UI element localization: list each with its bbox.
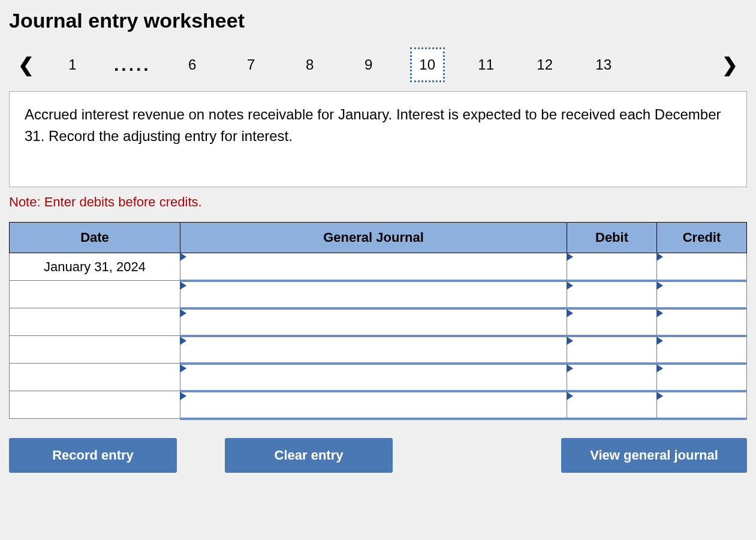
date-cell[interactable] bbox=[10, 336, 180, 364]
page-6[interactable]: 6 bbox=[175, 47, 210, 82]
date-cell[interactable] bbox=[10, 308, 180, 336]
date-cell[interactable] bbox=[10, 391, 180, 419]
page-13[interactable]: 13 bbox=[586, 47, 621, 82]
debit-cell[interactable] bbox=[567, 281, 657, 308]
general-journal-cell[interactable] bbox=[180, 391, 567, 419]
table-row bbox=[10, 308, 747, 336]
general-journal-cell[interactable] bbox=[180, 364, 567, 391]
credit-cell[interactable] bbox=[657, 364, 747, 391]
debit-cell[interactable] bbox=[567, 336, 657, 364]
header-date: Date bbox=[10, 223, 180, 253]
table-row bbox=[10, 364, 747, 391]
header-credit: Credit bbox=[657, 223, 747, 253]
view-general-journal-button[interactable]: View general journal bbox=[561, 438, 747, 473]
page-12[interactable]: 12 bbox=[528, 47, 562, 82]
page-9[interactable]: 9 bbox=[351, 47, 386, 82]
page-ellipsis: ..... bbox=[114, 55, 151, 75]
credit-cell[interactable] bbox=[657, 308, 747, 336]
note-text: Note: Enter debits before credits. bbox=[9, 194, 747, 210]
page-10[interactable]: 10 bbox=[410, 47, 445, 82]
date-cell[interactable]: January 31, 2024 bbox=[10, 253, 180, 281]
page-11[interactable]: 11 bbox=[469, 47, 504, 82]
table-row bbox=[10, 281, 747, 308]
debit-cell[interactable] bbox=[567, 391, 657, 419]
clear-entry-button[interactable]: Clear entry bbox=[225, 438, 393, 473]
credit-cell[interactable] bbox=[657, 391, 747, 419]
credit-cell[interactable] bbox=[657, 336, 747, 364]
general-journal-cell[interactable] bbox=[180, 281, 567, 308]
table-row bbox=[10, 391, 747, 419]
table-row bbox=[10, 336, 747, 364]
debit-cell[interactable] bbox=[567, 308, 657, 336]
prev-arrow[interactable]: ❮ bbox=[9, 49, 43, 80]
credit-cell[interactable] bbox=[657, 281, 747, 308]
date-cell[interactable] bbox=[10, 364, 180, 391]
table-row: January 31, 2024 bbox=[10, 253, 747, 281]
page-8[interactable]: 8 bbox=[293, 47, 327, 82]
pagination: ❮ 1 ..... 6 7 8 9 10 11 12 13 ❯ bbox=[9, 47, 747, 82]
page-7[interactable]: 7 bbox=[234, 47, 269, 82]
general-journal-cell[interactable] bbox=[180, 308, 567, 336]
page-title: Journal entry worksheet bbox=[9, 9, 747, 32]
header-general-journal: General Journal bbox=[180, 223, 567, 253]
page-1[interactable]: 1 bbox=[55, 47, 90, 82]
general-journal-cell[interactable] bbox=[180, 336, 567, 364]
next-arrow[interactable]: ❯ bbox=[713, 49, 747, 80]
credit-cell[interactable] bbox=[657, 253, 747, 281]
record-entry-button[interactable]: Record entry bbox=[9, 438, 177, 473]
header-debit: Debit bbox=[567, 223, 657, 253]
instruction-box: Accrued interest revenue on notes receiv… bbox=[9, 91, 747, 187]
debit-cell[interactable] bbox=[567, 364, 657, 391]
button-row: Record entry Clear entry View general jo… bbox=[9, 438, 747, 473]
debit-cell[interactable] bbox=[567, 253, 657, 281]
journal-table: Date General Journal Debit Credit Januar… bbox=[9, 222, 747, 420]
general-journal-cell[interactable] bbox=[180, 253, 567, 281]
date-cell[interactable] bbox=[10, 281, 180, 308]
